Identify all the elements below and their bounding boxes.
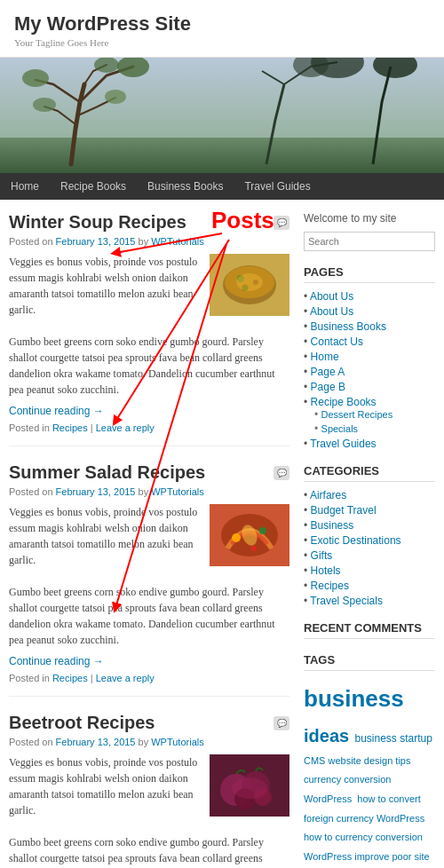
page-link-dessert[interactable]: Dessert Recipes xyxy=(321,409,393,420)
svg-point-3 xyxy=(22,69,49,87)
cat-exotic: Exotic Destinations xyxy=(304,534,435,547)
sidebar-page-about2: About Us xyxy=(304,305,435,318)
sidebar: Welcome to my site PAGES About Us About … xyxy=(304,212,435,868)
svg-point-23 xyxy=(232,533,241,542)
sidebar-recent-comments-widget: RECENT COMMENTS xyxy=(304,621,435,639)
comment-bubble-2: 💬 xyxy=(274,466,289,480)
post-author-link-1[interactable]: WPTutorials xyxy=(151,236,204,247)
page-link-recipe-books[interactable]: Recipe Books xyxy=(311,396,377,408)
main-content-wrap: 💬 Winter Soup Recipes Posted on February… xyxy=(0,200,444,868)
page-link-specials[interactable]: Specials xyxy=(321,423,359,434)
post-author-link-2[interactable]: WPTutorials xyxy=(151,486,204,497)
post-title-2: Summer Salad Recipes xyxy=(9,462,289,483)
category-link-1[interactable]: Recipes xyxy=(52,422,88,433)
cat-airfares: Airfares xyxy=(304,489,435,501)
post-image-3 xyxy=(210,754,289,817)
tag-ideas[interactable]: ideas xyxy=(304,726,349,746)
sidebar-pages-list: About Us About Us Business Books Contact… xyxy=(304,290,435,450)
sidebar-pages-title: PAGES xyxy=(304,265,435,283)
post-meta-1: Posted on February 13, 2015 by WPTutoria… xyxy=(9,236,289,247)
category-link-2[interactable]: Recipes xyxy=(52,673,88,683)
nav-item-travel[interactable]: Travel Guides xyxy=(234,173,321,200)
post-title-link-2[interactable]: Summer Salad Recipes xyxy=(9,462,205,482)
site-tagline: Your Tagline Goes Here xyxy=(14,37,430,48)
sidebar-pages-widget: PAGES About Us About Us Business Books C… xyxy=(304,265,435,450)
post-date-link-1[interactable]: February 13, 2015 xyxy=(56,236,136,247)
post-img-svg-1 xyxy=(210,254,289,316)
tag-how-to-currency[interactable]: how to currency conversion xyxy=(304,832,423,842)
tag-business-startup[interactable]: business startup xyxy=(355,732,432,745)
sidebar-welcome-text: Welcome to my site xyxy=(304,212,435,225)
nav-link-travel[interactable]: Travel Guides xyxy=(234,173,321,200)
cat-link-hotels[interactable]: Hotels xyxy=(311,564,341,577)
sidebar-tags-title: TAGS xyxy=(304,653,435,671)
hero-svg xyxy=(0,58,444,173)
cat-budget-travel: Budget Travel xyxy=(304,504,435,517)
nav-link-home[interactable]: Home xyxy=(0,173,50,200)
sidebar-page-specials: Specials xyxy=(314,422,435,435)
page-link-home[interactable]: Home xyxy=(311,351,339,363)
nav-item-recipe[interactable]: Recipe Books xyxy=(50,173,137,200)
cat-link-travel-specials[interactable]: Travel Specials xyxy=(310,595,383,607)
page-link-travel[interactable]: Travel Guides xyxy=(310,438,376,450)
comment-bubble-3: 💬 xyxy=(274,716,289,730)
post-title-link-1[interactable]: Winter Soup Recipes xyxy=(9,212,186,232)
sidebar-pages-sub: Dessert Recipes Specials xyxy=(304,408,435,435)
svg-point-32 xyxy=(232,777,267,799)
sidebar-search-input[interactable] xyxy=(304,232,435,251)
hero-image xyxy=(0,58,444,173)
post-footer-2: Posted in Recipes | Leave a reply xyxy=(9,673,289,683)
nav-item-home[interactable]: Home xyxy=(0,173,50,200)
cat-link-budget-travel[interactable]: Budget Travel xyxy=(311,504,377,517)
post-winter-soup: 💬 Winter Soup Recipes Posted on February… xyxy=(9,212,289,446)
nav-item-business[interactable]: Business Books xyxy=(137,173,234,200)
page-link-about2[interactable]: About Us xyxy=(310,305,353,318)
sidebar-categories-title: CATEGORIES xyxy=(304,464,435,482)
page-link-business-books[interactable]: Business Books xyxy=(311,320,386,333)
sidebar-page-home: Home xyxy=(304,351,435,363)
cat-link-exotic[interactable]: Exotic Destinations xyxy=(311,534,401,547)
sidebar-page-dessert: Dessert Recipes xyxy=(314,408,435,421)
post-summer-salad: 💬 Summer Salad Recipes Posted on Februar… xyxy=(9,462,289,697)
continue-link-1[interactable]: Continue reading → xyxy=(9,405,289,417)
page-link-about1[interactable]: About Us xyxy=(310,290,353,303)
cat-link-recipes[interactable]: Recipes xyxy=(311,580,349,592)
reply-link-1[interactable]: Leave a reply xyxy=(96,422,155,433)
sidebar-recent-comments-title: RECENT COMMENTS xyxy=(304,621,435,639)
cat-link-business[interactable]: Business xyxy=(311,519,354,532)
post-author-link-3[interactable]: WPTutorials xyxy=(151,737,204,747)
nav-link-recipe[interactable]: Recipe Books xyxy=(50,173,137,200)
site-title: My WordPress Site xyxy=(14,12,191,35)
post-date-link-2[interactable]: February 13, 2015 xyxy=(56,486,136,497)
sidebar-page-about1: About Us xyxy=(304,290,435,303)
post-title-3: Beetroot Recipes xyxy=(9,713,289,733)
comment-bubble-1: 💬 xyxy=(274,216,289,230)
cat-business: Business xyxy=(304,519,435,532)
reply-link-2[interactable]: Leave a reply xyxy=(96,673,155,683)
tag-cms[interactable]: CMS website design tips xyxy=(304,755,410,766)
sidebar-page-contact: Contact Us xyxy=(304,335,435,348)
sidebar-page-business-books: Business Books xyxy=(304,320,435,333)
tag-improve-poor[interactable]: WordPress improve poor site design xyxy=(304,851,430,868)
tags-cloud: business ideas business startup CMS webs… xyxy=(304,678,435,868)
site-header: My WordPress Site Your Tagline Goes Here xyxy=(0,0,444,58)
cat-travel-specials: Travel Specials xyxy=(304,595,435,607)
nav-list: Home Recipe Books Business Books Travel … xyxy=(0,173,444,200)
sidebar-categories-list: Airfares Budget Travel Business Exotic D… xyxy=(304,489,435,607)
post-image-1 xyxy=(210,254,289,316)
tag-business[interactable]: business xyxy=(304,685,404,712)
nav-link-business[interactable]: Business Books xyxy=(137,173,234,200)
cat-link-airfares[interactable]: Airfares xyxy=(310,489,346,501)
page-link-contact[interactable]: Contact Us xyxy=(311,335,363,348)
page-link-a[interactable]: Page A xyxy=(311,366,345,378)
cat-hotels: Hotels xyxy=(304,564,435,577)
svg-point-25 xyxy=(251,546,257,551)
post-title-link-3[interactable]: Beetroot Recipes xyxy=(9,713,155,732)
sidebar-page-travel: Travel Guides xyxy=(304,438,435,450)
page-link-b[interactable]: Page B xyxy=(311,381,345,393)
cat-link-gifts[interactable]: Gifts xyxy=(311,549,333,562)
continue-link-2[interactable]: Continue reading → xyxy=(9,655,289,667)
svg-point-20 xyxy=(236,273,263,291)
post-beetroot: 💬 Beetroot Recipes Posted on February 13… xyxy=(9,713,289,868)
post-date-link-3[interactable]: February 13, 2015 xyxy=(56,737,136,747)
